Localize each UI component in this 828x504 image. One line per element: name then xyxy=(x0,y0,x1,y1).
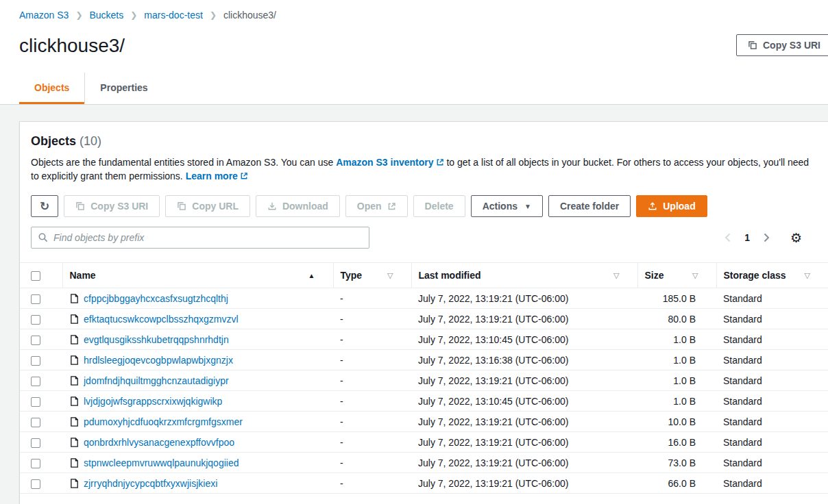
object-storage-class: Standard xyxy=(716,412,828,432)
column-header-storage-class[interactable]: Storage class▽ xyxy=(716,263,828,288)
object-name-link[interactable]: stpnwcleepmvruwwqlpaunukjqogiied xyxy=(84,457,239,468)
copy-s3-uri-button[interactable]: Copy S3 URI xyxy=(64,195,160,217)
actions-dropdown-button[interactable]: Actions ▼ xyxy=(471,195,543,217)
object-name-link[interactable]: evgtlqusgiksshkubetrqqpshnrhdtjn xyxy=(84,334,229,345)
create-folder-button[interactable]: Create folder xyxy=(548,195,631,217)
page-title: clickhouse3/ xyxy=(19,34,125,58)
page-header: clickhouse3/ Copy S3 URI xyxy=(0,21,828,58)
download-button[interactable]: Download xyxy=(256,195,340,217)
object-name-link[interactable]: qonbrdxrhlvysanacgenexpffovvfpoo xyxy=(84,437,234,448)
current-page-number: 1 xyxy=(744,232,750,243)
object-storage-class: Standard xyxy=(716,432,828,453)
row-checkbox[interactable] xyxy=(31,418,40,427)
find-objects-input[interactable] xyxy=(31,227,369,249)
object-name-link[interactable]: jdomfndjhquiltmgghcnzautadigiypr xyxy=(84,375,229,386)
copy-icon xyxy=(177,201,186,211)
table-row: hrdlsleegjoqevcogbpwlapwbjxgnzjx - July … xyxy=(20,350,828,370)
objects-heading: Objects (10) xyxy=(31,134,817,149)
object-last-modified: July 7, 2022, 13:19:21 (UTC-06:00) xyxy=(411,473,637,494)
breadcrumb-buckets[interactable]: Buckets xyxy=(89,10,123,21)
object-name-link[interactable]: efktaqtucswkcowpclbsszhqxgzmvzvl xyxy=(84,314,239,325)
row-checkbox[interactable] xyxy=(31,294,40,304)
column-header-last-modified[interactable]: Last modified▽ xyxy=(411,263,637,288)
pagination: 1 ⚙ xyxy=(723,230,817,246)
tab-objects[interactable]: Objects xyxy=(19,73,84,104)
refresh-button[interactable]: ↻ xyxy=(31,195,58,217)
object-type: - xyxy=(333,432,411,453)
column-header-size[interactable]: Size▽ xyxy=(637,263,716,288)
external-link-icon xyxy=(387,202,396,211)
breadcrumb-bucket[interactable]: mars-doc-test xyxy=(144,10,203,21)
sort-icon: ▽ xyxy=(613,271,619,280)
object-storage-class: Standard xyxy=(716,329,828,350)
open-button[interactable]: Open xyxy=(345,195,408,217)
file-icon xyxy=(69,478,80,489)
objects-table-body: cfppcjbbggayhcxcasfxsugtzhcqlthj - July … xyxy=(20,288,828,494)
file-icon xyxy=(69,334,80,345)
refresh-icon: ↻ xyxy=(40,201,49,212)
copy-icon xyxy=(75,201,85,211)
object-type: - xyxy=(333,350,411,370)
row-checkbox[interactable] xyxy=(31,479,40,489)
file-icon xyxy=(69,457,80,468)
file-icon xyxy=(69,437,80,448)
object-storage-class: Standard xyxy=(716,370,828,391)
upload-button[interactable]: Upload xyxy=(636,195,707,217)
table-row: qonbrdxrhlvysanacgenexpffovvfpoo - July … xyxy=(20,432,828,453)
object-last-modified: July 7, 2022, 13:19:21 (UTC-06:00) xyxy=(411,288,637,309)
object-name-link[interactable]: hrdlsleegjoqevcogbpwlapwbjxgnzjx xyxy=(84,355,233,366)
row-checkbox[interactable] xyxy=(31,315,40,325)
object-name-link[interactable]: zjrryqhdnjycypcqbtfxyxwjisjkiexi xyxy=(84,478,217,489)
object-type: - xyxy=(333,473,411,494)
copy-url-button[interactable]: Copy URL xyxy=(165,195,250,217)
row-checkbox[interactable] xyxy=(31,356,40,366)
learn-more-link[interactable]: Learn more xyxy=(186,171,248,181)
delete-button[interactable]: Delete xyxy=(413,195,465,217)
file-icon xyxy=(69,314,80,325)
objects-description: Objects are the fundamental entities sto… xyxy=(31,155,812,183)
row-checkbox[interactable] xyxy=(31,377,40,386)
row-checkbox[interactable] xyxy=(31,438,40,448)
external-link-icon xyxy=(436,158,444,166)
object-type: - xyxy=(333,412,411,432)
object-last-modified: July 7, 2022, 13:10:45 (UTC-06:00) xyxy=(411,391,637,412)
object-last-modified: July 7, 2022, 13:19:21 (UTC-06:00) xyxy=(411,432,637,453)
object-storage-class: Standard xyxy=(716,391,828,412)
object-size: 185.0 B xyxy=(637,288,716,309)
sort-icon: ▽ xyxy=(387,271,393,280)
row-checkbox[interactable] xyxy=(31,459,40,468)
object-size: 1.0 B xyxy=(637,391,716,412)
breadcrumb-amazon-s3[interactable]: Amazon S3 xyxy=(19,10,69,21)
breadcrumb: Amazon S3 ❯ Buckets ❯ mars-doc-test ❯ cl… xyxy=(0,0,828,21)
search-row: 1 ⚙ xyxy=(31,227,817,249)
sort-ascending-icon: ▲ xyxy=(308,272,315,279)
copy-s3-uri-header-button[interactable]: Copy S3 URI xyxy=(736,34,828,56)
sort-icon: ▽ xyxy=(805,271,810,280)
object-size: 1.0 B xyxy=(637,350,716,370)
caret-down-icon: ▼ xyxy=(524,203,531,210)
objects-count: (10) xyxy=(80,134,101,148)
amazon-s3-inventory-link[interactable]: Amazon S3 inventory xyxy=(336,157,443,168)
column-header-type[interactable]: Type▽ xyxy=(333,263,411,288)
previous-page-button[interactable] xyxy=(723,231,732,244)
row-checkbox[interactable] xyxy=(31,336,40,345)
external-link-icon xyxy=(240,172,248,180)
object-name-link[interactable]: pdumoxyhjcdfuoqkrzxmfcrgmfgsxmer xyxy=(84,416,243,427)
table-header-row: Name▲ Type▽ Last modified▽ Size▽ Storage… xyxy=(20,263,828,288)
tab-properties[interactable]: Properties xyxy=(84,73,162,104)
upload-icon xyxy=(648,201,657,211)
next-page-button[interactable] xyxy=(762,231,771,244)
select-all-checkbox[interactable] xyxy=(31,271,40,281)
table-row: lvjdjgojwfsgrappscrxixwjqkigwikp - July … xyxy=(20,391,828,412)
objects-panel: Objects (10) Objects are the fundamental… xyxy=(19,121,828,504)
object-storage-class: Standard xyxy=(716,288,828,309)
object-size: 10.0 B xyxy=(637,412,716,432)
object-name-link[interactable]: cfppcjbbggayhcxcasfxsugtzhcqlthj xyxy=(84,293,228,304)
object-name-link[interactable]: lvjdjgojwfsgrappscrxixwjqkigwikp xyxy=(84,396,222,407)
row-checkbox[interactable] xyxy=(31,397,40,407)
object-last-modified: July 7, 2022, 13:16:38 (UTC-06:00) xyxy=(411,350,637,370)
table-row: pdumoxyhjcdfuoqkrzxmfcrgmfgsxmer - July … xyxy=(20,412,828,432)
preferences-gear-icon[interactable]: ⚙ xyxy=(790,230,802,246)
column-header-name[interactable]: Name▲ xyxy=(62,263,333,288)
object-last-modified: July 7, 2022, 13:19:21 (UTC-06:00) xyxy=(411,453,637,473)
